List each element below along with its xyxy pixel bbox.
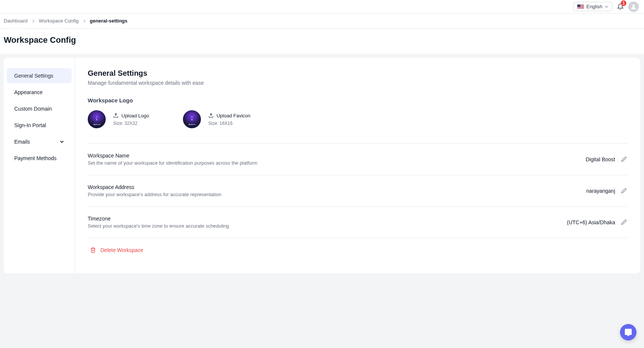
workspace-address-value: narayanganj [586,188,615,194]
upload-favicon-label: Upload Favicon [217,113,250,118]
logo-block-logo: Upload Logo Size: 32X32 [88,110,149,128]
workspace-logo-preview [88,110,106,128]
edit-workspace-name-button[interactable] [620,156,628,163]
logo-mark-icon [94,116,99,121]
setting-left: Timezone Select your workspace's time zo… [88,216,229,229]
sidebar-item-label: General Settings [14,73,53,79]
sidebar-item-label: Payment Methods [14,155,57,161]
pencil-icon [621,156,627,162]
pencil-icon [621,188,627,194]
body-area: General Settings Appearance Custom Domai… [0,54,644,348]
sidebar-item-emails[interactable]: Emails [7,134,72,149]
setting-right: Digital Boost [586,156,628,163]
upload-logo-button[interactable]: Upload Logo [113,113,149,118]
sidebar: General Settings Appearance Custom Domai… [4,58,75,273]
sidebar-item-payment-methods[interactable]: Payment Methods [7,151,72,166]
sidebar-item-appearance[interactable]: Appearance [7,85,72,100]
user-avatar[interactable] [628,2,639,12]
setting-right: (UTC+6) Asia/Dhaka [567,219,628,226]
sidebar-item-label: Emails [14,139,30,145]
upload-icon [208,113,214,118]
sidebar-item-label: Appearance [14,89,43,95]
delete-workspace-button[interactable]: Delete Workspace [88,238,628,262]
chevron-down-icon [60,140,64,144]
setting-row-workspace-address: Workspace Address Provide your workspace… [88,175,628,206]
chat-icon [624,328,632,336]
row-title: Workspace Name [88,153,257,159]
section-title: General Settings [88,69,628,78]
setting-row-workspace-name: Workspace Name Set the name of your work… [88,144,628,175]
card-wrap: General Settings Appearance Custom Domai… [4,58,640,273]
notifications-button[interactable]: 1 [616,3,625,11]
pencil-icon [621,219,627,225]
row-desc: Provide your workspace's address for acc… [88,192,222,197]
row-desc: Select your workspace's time zone to ens… [88,223,229,229]
chevron-right-icon [82,19,86,23]
setting-right: narayanganj [586,187,628,194]
logo-block-favicon: Upload Favicon Size: 16X16 [183,110,250,128]
upload-icon [113,113,118,118]
row-title: Timezone [88,216,229,222]
setting-row-timezone: Timezone Select your workspace's time zo… [88,207,628,238]
breadcrumb: Dashboard Workspace Config general-setti… [0,14,644,28]
workspace-favicon-preview [183,110,201,128]
page-title: Workspace Config [0,28,644,54]
row-desc: Set the name of your workspace for ident… [88,160,257,166]
upload-favicon-button[interactable]: Upload Favicon [208,113,250,118]
chevron-right-icon [31,19,35,23]
sidebar-item-sign-in-portal[interactable]: Sign-In Portal [7,118,72,133]
setting-left: Workspace Address Provide your workspace… [88,184,222,197]
row-title: Workspace Address [88,184,222,190]
logo-size-text: Size: 32X32 [113,121,149,126]
logo-row: Upload Logo Size: 32X32 Upload Favicon [88,110,628,128]
main-panel: General Settings Manage fundamental work… [75,58,640,273]
setting-left: Workspace Name Set the name of your work… [88,153,257,166]
sidebar-item-general-settings[interactable]: General Settings [7,68,72,83]
us-flag-icon [577,4,584,9]
breadcrumb-workspace-config[interactable]: Workspace Config [39,18,79,24]
svg-point-0 [632,4,635,7]
chevron-down-icon [605,5,608,9]
breadcrumb-general-settings: general-settings [90,18,127,24]
breadcrumb-dashboard[interactable]: Dashboard [4,18,28,24]
upload-logo-label: Upload Logo [121,113,149,118]
sidebar-item-label: Custom Domain [14,106,52,112]
topbar: English 1 [0,0,644,14]
notification-count-badge: 1 [621,0,626,6]
timezone-value: (UTC+6) Asia/Dhaka [567,219,615,225]
workspace-name-value: Digital Boost [586,156,615,162]
avatar-icon [630,3,637,10]
edit-timezone-button[interactable] [620,219,628,226]
edit-workspace-address-button[interactable] [620,187,628,194]
favicon-size-text: Size: 16X16 [208,121,250,126]
section-subtitle: Manage fundamental workspace details wit… [88,80,628,86]
trash-icon [90,247,96,253]
sidebar-item-custom-domain[interactable]: Custom Domain [7,101,72,116]
language-label: English [586,4,602,9]
language-select[interactable]: English [573,2,613,11]
sidebar-item-label: Sign-In Portal [14,122,46,128]
logo-mark-icon [189,116,195,121]
chat-fab-button[interactable] [620,324,637,340]
logo-section-title: Workspace Logo [88,97,628,104]
delete-workspace-label: Delete Workspace [100,247,143,253]
